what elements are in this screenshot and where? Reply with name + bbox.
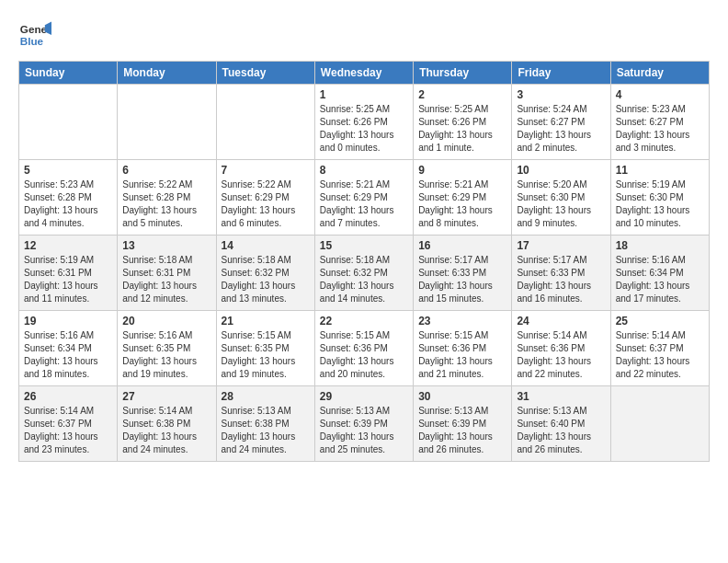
calendar-cell: 8Sunrise: 5:21 AM Sunset: 6:29 PM Daylig… — [314, 160, 413, 236]
day-detail: Sunrise: 5:13 AM Sunset: 6:38 PM Dayligh… — [222, 405, 310, 456]
calendar-cell: 16Sunrise: 5:17 AM Sunset: 6:33 PM Dayli… — [414, 236, 512, 311]
calendar-cell: 13Sunrise: 5:18 AM Sunset: 6:31 PM Dayli… — [118, 236, 216, 311]
day-number: 6 — [122, 164, 210, 177]
calendar-cell — [610, 386, 709, 462]
calendar-cell: 18Sunrise: 5:16 AM Sunset: 6:34 PM Dayli… — [610, 236, 709, 311]
day-number: 5 — [24, 164, 112, 177]
day-number: 2 — [418, 88, 506, 101]
day-detail: Sunrise: 5:20 AM Sunset: 6:30 PM Dayligh… — [517, 178, 605, 230]
calendar-table: SundayMondayTuesdayWednesdayThursdayFrid… — [18, 61, 710, 462]
day-number: 10 — [517, 164, 605, 177]
calendar-cell: 30Sunrise: 5:13 AM Sunset: 6:39 PM Dayli… — [414, 386, 512, 462]
day-number: 31 — [517, 390, 605, 403]
day-detail: Sunrise: 5:16 AM Sunset: 6:34 PM Dayligh… — [24, 329, 112, 381]
calendar-cell — [216, 85, 314, 160]
day-number: 25 — [616, 315, 704, 327]
day-number: 13 — [122, 239, 210, 252]
day-number: 24 — [517, 315, 605, 327]
day-number: 7 — [222, 164, 310, 177]
day-number: 27 — [122, 390, 210, 403]
svg-text:Blue: Blue — [20, 35, 44, 47]
day-detail: Sunrise: 5:13 AM Sunset: 6:40 PM Dayligh… — [517, 405, 605, 456]
calendar-cell: 7Sunrise: 5:22 AM Sunset: 6:29 PM Daylig… — [216, 160, 314, 236]
day-detail: Sunrise: 5:21 AM Sunset: 6:29 PM Dayligh… — [418, 178, 506, 230]
calendar-cell: 19Sunrise: 5:16 AM Sunset: 6:34 PM Dayli… — [19, 311, 118, 386]
logo-icon: General Blue — [18, 18, 51, 52]
day-number: 23 — [418, 315, 506, 327]
page-header: General Blue — [18, 18, 710, 52]
day-number: 9 — [418, 164, 506, 177]
calendar-cell: 14Sunrise: 5:18 AM Sunset: 6:32 PM Dayli… — [216, 236, 314, 311]
day-detail: Sunrise: 5:16 AM Sunset: 6:35 PM Dayligh… — [122, 329, 210, 381]
day-detail: Sunrise: 5:22 AM Sunset: 6:28 PM Dayligh… — [122, 178, 210, 230]
calendar-cell: 27Sunrise: 5:14 AM Sunset: 6:38 PM Dayli… — [118, 386, 216, 462]
calendar-cell: 31Sunrise: 5:13 AM Sunset: 6:40 PM Dayli… — [512, 386, 610, 462]
day-detail: Sunrise: 5:23 AM Sunset: 6:28 PM Dayligh… — [24, 178, 112, 230]
calendar-cell: 9Sunrise: 5:21 AM Sunset: 6:29 PM Daylig… — [414, 160, 512, 236]
calendar-cell: 26Sunrise: 5:14 AM Sunset: 6:37 PM Dayli… — [19, 386, 118, 462]
calendar-cell: 24Sunrise: 5:14 AM Sunset: 6:36 PM Dayli… — [512, 311, 610, 386]
day-detail: Sunrise: 5:24 AM Sunset: 6:27 PM Dayligh… — [517, 103, 605, 155]
calendar-cell: 6Sunrise: 5:22 AM Sunset: 6:28 PM Daylig… — [118, 160, 216, 236]
day-number: 26 — [24, 390, 112, 403]
day-number: 4 — [616, 88, 704, 101]
col-header-sunday: Sunday — [19, 62, 118, 85]
day-detail: Sunrise: 5:17 AM Sunset: 6:33 PM Dayligh… — [418, 254, 506, 305]
day-number: 15 — [320, 239, 408, 252]
col-header-saturday: Saturday — [610, 62, 709, 85]
logo: General Blue — [18, 18, 51, 52]
day-number: 16 — [418, 239, 506, 252]
day-detail: Sunrise: 5:13 AM Sunset: 6:39 PM Dayligh… — [418, 405, 506, 456]
day-number: 11 — [616, 164, 704, 177]
day-detail: Sunrise: 5:16 AM Sunset: 6:34 PM Dayligh… — [616, 254, 704, 305]
calendar-cell: 3Sunrise: 5:24 AM Sunset: 6:27 PM Daylig… — [512, 85, 610, 160]
calendar-cell: 12Sunrise: 5:19 AM Sunset: 6:31 PM Dayli… — [19, 236, 118, 311]
calendar-cell: 2Sunrise: 5:25 AM Sunset: 6:26 PM Daylig… — [414, 85, 512, 160]
day-detail: Sunrise: 5:19 AM Sunset: 6:31 PM Dayligh… — [24, 254, 112, 305]
day-number: 30 — [418, 390, 506, 403]
day-detail: Sunrise: 5:15 AM Sunset: 6:35 PM Dayligh… — [222, 329, 310, 381]
calendar-cell — [118, 85, 216, 160]
calendar-cell: 5Sunrise: 5:23 AM Sunset: 6:28 PM Daylig… — [19, 160, 118, 236]
calendar-cell: 28Sunrise: 5:13 AM Sunset: 6:38 PM Dayli… — [216, 386, 314, 462]
calendar-cell: 25Sunrise: 5:14 AM Sunset: 6:37 PM Dayli… — [610, 311, 709, 386]
calendar-cell: 22Sunrise: 5:15 AM Sunset: 6:36 PM Dayli… — [314, 311, 413, 386]
day-number: 3 — [517, 88, 605, 101]
day-number: 19 — [24, 315, 112, 327]
calendar-cell: 1Sunrise: 5:25 AM Sunset: 6:26 PM Daylig… — [314, 85, 413, 160]
calendar-cell: 10Sunrise: 5:20 AM Sunset: 6:30 PM Dayli… — [512, 160, 610, 236]
col-header-tuesday: Tuesday — [216, 62, 314, 85]
day-detail: Sunrise: 5:15 AM Sunset: 6:36 PM Dayligh… — [320, 329, 408, 381]
calendar-week-3: 12Sunrise: 5:19 AM Sunset: 6:31 PM Dayli… — [19, 236, 710, 311]
calendar-cell: 4Sunrise: 5:23 AM Sunset: 6:27 PM Daylig… — [610, 85, 709, 160]
calendar-cell: 20Sunrise: 5:16 AM Sunset: 6:35 PM Dayli… — [118, 311, 216, 386]
col-header-friday: Friday — [512, 62, 610, 85]
day-detail: Sunrise: 5:13 AM Sunset: 6:39 PM Dayligh… — [320, 405, 408, 456]
day-detail: Sunrise: 5:21 AM Sunset: 6:29 PM Dayligh… — [320, 178, 408, 230]
calendar-cell: 17Sunrise: 5:17 AM Sunset: 6:33 PM Dayli… — [512, 236, 610, 311]
day-detail: Sunrise: 5:14 AM Sunset: 6:38 PM Dayligh… — [122, 405, 210, 456]
day-number: 28 — [222, 390, 310, 403]
calendar-week-5: 26Sunrise: 5:14 AM Sunset: 6:37 PM Dayli… — [19, 386, 710, 462]
day-number: 21 — [222, 315, 310, 327]
day-number: 20 — [122, 315, 210, 327]
day-detail: Sunrise: 5:18 AM Sunset: 6:31 PM Dayligh… — [122, 254, 210, 305]
calendar-week-2: 5Sunrise: 5:23 AM Sunset: 6:28 PM Daylig… — [19, 160, 710, 236]
calendar-week-4: 19Sunrise: 5:16 AM Sunset: 6:34 PM Dayli… — [19, 311, 710, 386]
day-detail: Sunrise: 5:14 AM Sunset: 6:37 PM Dayligh… — [24, 405, 112, 456]
calendar-week-1: 1Sunrise: 5:25 AM Sunset: 6:26 PM Daylig… — [19, 85, 710, 160]
calendar-cell: 15Sunrise: 5:18 AM Sunset: 6:32 PM Dayli… — [314, 236, 413, 311]
day-detail: Sunrise: 5:18 AM Sunset: 6:32 PM Dayligh… — [320, 254, 408, 305]
col-header-wednesday: Wednesday — [314, 62, 413, 85]
calendar-cell — [19, 85, 118, 160]
day-number: 22 — [320, 315, 408, 327]
day-detail: Sunrise: 5:14 AM Sunset: 6:36 PM Dayligh… — [517, 329, 605, 381]
day-number: 18 — [616, 239, 704, 252]
day-number: 29 — [320, 390, 408, 403]
day-number: 12 — [24, 239, 112, 252]
day-detail: Sunrise: 5:17 AM Sunset: 6:33 PM Dayligh… — [517, 254, 605, 305]
calendar-cell: 21Sunrise: 5:15 AM Sunset: 6:35 PM Dayli… — [216, 311, 314, 386]
day-detail: Sunrise: 5:18 AM Sunset: 6:32 PM Dayligh… — [222, 254, 310, 305]
day-number: 8 — [320, 164, 408, 177]
day-detail: Sunrise: 5:22 AM Sunset: 6:29 PM Dayligh… — [222, 178, 310, 230]
